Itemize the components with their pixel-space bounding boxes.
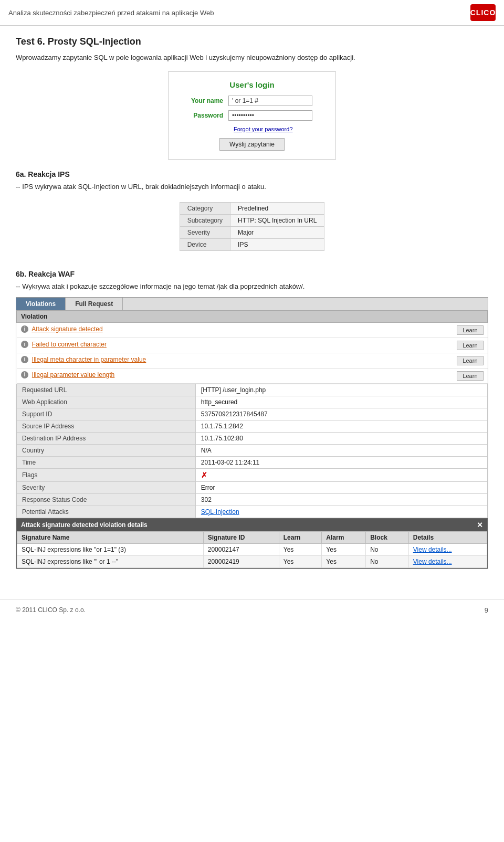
close-icon[interactable]: ✕ <box>477 521 483 529</box>
table-row: SQL-INJ expressions like "' or 1 --" 200… <box>17 555 487 567</box>
sig-id-2: 200002419 <box>203 555 279 567</box>
detail-key-country: Country <box>17 444 196 456</box>
detail-key-support-id: Support ID <box>17 408 196 420</box>
your-name-label: Your name <box>181 97 228 104</box>
table-row: Subcategory HTTP: SQL Injection In URL <box>180 215 324 227</box>
main-content: Test 6. Prosty SQL-Injection Wprowadzamy… <box>0 26 504 589</box>
col-alarm: Alarm <box>322 531 366 543</box>
violation-cell-3: i Illegal meta character in parameter va… <box>17 353 488 368</box>
attack-sig-table: Signature Name Signature ID Learn Alarm … <box>17 531 487 568</box>
sig-details-1[interactable]: View details... <box>408 543 487 555</box>
detail-key-dest-ip: Destination IP Address <box>17 432 196 444</box>
attack-sig-section: Attack signature detected violation deta… <box>16 518 488 569</box>
sig-name-1: SQL-INJ expressions like "or 1=1" (3) <box>17 543 204 555</box>
intro-text: Wprowadzamy zapytanie SQL w pole logowan… <box>16 52 488 63</box>
submit-button[interactable]: Wyślij zapytanie <box>219 138 285 151</box>
detail-key-time: Time <box>17 456 196 468</box>
info-icon: i <box>21 325 28 333</box>
page-number: 9 <box>485 606 488 614</box>
table-row: Source IP Address 10.1.75.1:2842 <box>17 420 488 432</box>
section-title: Test 6. Prosty SQL-Injection <box>16 36 488 47</box>
violation-link-4[interactable]: Illegal parameter value length <box>32 371 114 378</box>
table-row: Response Status Code 302 <box>17 493 488 506</box>
col-learn: Learn <box>279 531 322 543</box>
ips-table: Category Predefined Subcategory HTTP: SQ… <box>180 202 325 251</box>
ips-section-text: -- IPS wykrywa atak SQL-Injection w URL,… <box>16 182 488 192</box>
detail-value-response-code: 302 <box>195 493 487 506</box>
detail-value-severity: Error <box>195 481 487 493</box>
ips-category-value: Predefined <box>230 203 324 215</box>
detail-key-severity: Severity <box>17 481 196 493</box>
table-row: Web Application http_secured <box>17 396 488 408</box>
ips-subcategory-key: Subcategory <box>180 215 230 227</box>
logo-text: CLICO <box>470 8 496 17</box>
detail-value-flags: ✗ <box>195 468 487 481</box>
login-form-title: User's login <box>181 80 323 89</box>
view-details-link-2[interactable]: View details... <box>413 558 452 565</box>
table-row: Time 2011-03-02 11:24:11 <box>17 456 488 468</box>
ips-section-title: 6a. Reakcja IPS <box>16 170 488 178</box>
page-header: Analiza skuteczności zabezpieczeń przed … <box>0 0 504 26</box>
view-details-link-1[interactable]: View details... <box>413 546 452 553</box>
table-row: SQL-INJ expressions like "or 1=1" (3) 20… <box>17 543 487 555</box>
table-row: Requested URL [HTTP] /user_login.php <box>17 384 488 396</box>
details-table: Requested URL [HTTP] /user_login.php Web… <box>16 384 488 518</box>
copyright: © 2011 CLICO Sp. z o.o. <box>16 606 86 614</box>
table-row: Potential Attacks SQL-Injection <box>17 506 488 518</box>
ips-device-value: IPS <box>230 239 324 251</box>
forgot-link[interactable]: Forgot your password? <box>234 126 293 132</box>
table-row: Flags ✗ <box>17 468 488 481</box>
detail-key-source-ip: Source IP Address <box>17 420 196 432</box>
table-row: Country N/A <box>17 444 488 456</box>
detail-key-flags: Flags <box>17 468 196 481</box>
violation-link-1[interactable]: Attack signature detected <box>32 325 102 333</box>
info-icon: i <box>21 356 28 363</box>
col-signature-id: Signature ID <box>203 531 279 543</box>
detail-value-web-app: http_secured <box>195 396 487 408</box>
table-row: i Illegal parameter value length Learn <box>17 368 488 383</box>
detail-key-potential-attacks: Potential Attacks <box>17 506 196 518</box>
ips-section: 6a. Reakcja IPS -- IPS wykrywa atak SQL-… <box>16 170 488 261</box>
violation-cell-4: i Illegal parameter value length Learn <box>17 368 488 383</box>
ips-severity-key: Severity <box>180 227 230 239</box>
waf-panel: Violations Full Request Violation i Atta… <box>16 297 488 569</box>
ips-subcategory-value: HTTP: SQL Injection In URL <box>230 215 324 227</box>
login-form: User's login Your name Password Forgot y… <box>168 71 336 160</box>
col-details: Details <box>408 531 487 543</box>
attack-sig-header-title: Attack signature detected violation deta… <box>21 521 148 529</box>
sig-alarm-2: Yes <box>322 555 366 567</box>
tab-full-request[interactable]: Full Request <box>66 298 123 310</box>
detail-value-source-ip: 10.1.75.1:2842 <box>195 420 487 432</box>
learn-button-2[interactable]: Learn <box>457 341 483 350</box>
learn-button-4[interactable]: Learn <box>457 371 483 381</box>
sql-injection-link[interactable]: SQL-Injection <box>201 508 239 515</box>
sig-details-2[interactable]: View details... <box>408 555 487 567</box>
violation-table: Violation i Attack signature detected Le… <box>16 310 488 384</box>
your-name-input[interactable] <box>228 96 312 106</box>
password-row: Password <box>181 110 323 121</box>
violation-header-cell: Violation <box>17 310 488 322</box>
violation-link-3[interactable]: Illegal meta character in parameter valu… <box>32 356 146 363</box>
password-input[interactable] <box>228 110 312 121</box>
table-row: Device IPS <box>180 239 324 251</box>
flag-x-icon: ✗ <box>201 471 207 479</box>
sig-id-1: 200002147 <box>203 543 279 555</box>
table-row: i Failed to convert character Learn <box>17 338 488 353</box>
learn-button-1[interactable]: Learn <box>457 325 483 335</box>
detail-key-requested-url: Requested URL <box>17 384 196 396</box>
tab-violations[interactable]: Violations <box>16 298 66 310</box>
violation-link-2[interactable]: Failed to convert character <box>32 341 107 348</box>
ips-device-key: Device <box>180 239 230 251</box>
sig-block-2: No <box>366 555 409 567</box>
info-icon: i <box>21 341 28 348</box>
waf-section: 6b. Reakcja WAF -- Wykrywa atak i pokazu… <box>16 270 488 569</box>
your-name-row: Your name <box>181 96 323 106</box>
ips-severity-value: Major <box>230 227 324 239</box>
detail-value-support-id: 5375709212317845487 <box>195 408 487 420</box>
page-footer: © 2011 CLICO Sp. z o.o. 9 <box>0 599 504 620</box>
detail-key-response-code: Response Status Code <box>17 493 196 506</box>
col-block: Block <box>366 531 409 543</box>
ips-category-key: Category <box>180 203 230 215</box>
table-row: Support ID 5375709212317845487 <box>17 408 488 420</box>
learn-button-3[interactable]: Learn <box>457 356 483 365</box>
